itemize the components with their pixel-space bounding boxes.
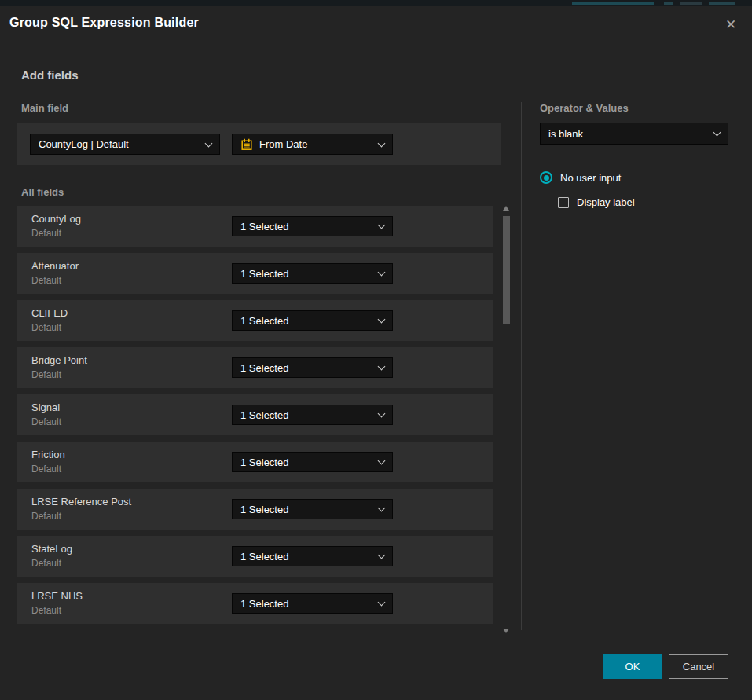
field-name: Bridge Point (31, 354, 87, 366)
scroll-up-icon[interactable] (503, 206, 509, 211)
field-row: CountyLog Default 1 Selected (17, 206, 493, 247)
field-name: Friction (31, 449, 65, 460)
operator-values-label: Operator & Values (540, 102, 629, 114)
screen: Group SQL Expression Builder ✕ Add field… (0, 0, 752, 700)
field-row: LRSE Reference Post Default 1 Selected (17, 489, 493, 530)
no-user-input-label: No user input (560, 172, 621, 184)
field-subtitle: Default (31, 322, 61, 333)
display-label-text: Display label (577, 196, 635, 208)
dialog-title: Group SQL Expression Builder (9, 16, 199, 30)
dialog-titlebar: Group SQL Expression Builder ✕ (0, 6, 752, 42)
field-name: LRSE Reference Post (31, 496, 131, 508)
field-subtitle: Default (31, 275, 61, 286)
field-row: Attenuator Default 1 Selected (17, 253, 493, 294)
no-user-input-radio[interactable]: No user input (540, 171, 621, 184)
field-subtitle: Default (31, 605, 61, 616)
field-selection-dropdown[interactable]: 1 Selected (232, 546, 393, 566)
field-selection-dropdown[interactable]: 1 Selected (232, 593, 393, 614)
chevron-down-icon (378, 410, 386, 418)
operator-dropdown[interactable]: is blank (540, 123, 728, 145)
background-teal-fragment (572, 2, 654, 5)
field-selection-dropdown[interactable]: 1 Selected (232, 310, 393, 331)
field-dropdown-value: From Date (259, 138, 372, 150)
field-row: Friction Default 1 Selected (17, 442, 493, 482)
group-sql-expression-builder-dialog: Group SQL Expression Builder ✕ Add field… (0, 6, 752, 700)
field-name: LRSE NHS (31, 590, 83, 602)
field-row: Signal Default 1 Selected (17, 394, 493, 435)
chevron-down-icon (378, 316, 386, 324)
chevron-down-icon (205, 139, 213, 147)
field-subtitle: Default (31, 558, 61, 569)
field-selection-dropdown[interactable]: 1 Selected (232, 499, 393, 519)
field-subtitle: Default (31, 511, 61, 522)
field-row: LRSE NHS Default 1 Selected (17, 583, 493, 624)
field-subtitle: Default (31, 369, 61, 380)
cancel-button[interactable]: Cancel (669, 654, 728, 679)
layer-dropdown-value: CountyLog | Default (39, 138, 206, 150)
radio-selected-icon[interactable] (540, 171, 552, 184)
chevron-down-icon (378, 552, 386, 559)
chevron-down-icon (713, 129, 721, 137)
field-selection-dropdown[interactable]: 1 Selected (232, 405, 393, 425)
add-fields-heading: Add fields (21, 68, 79, 82)
layer-dropdown[interactable]: CountyLog | Default (30, 134, 220, 155)
display-label-checkbox-row[interactable]: Display label (558, 196, 635, 208)
field-selection-dropdown[interactable]: 1 Selected (232, 357, 393, 378)
field-name: Attenuator (31, 260, 79, 272)
list-scrollbar[interactable] (501, 204, 512, 635)
checkbox-unchecked-icon[interactable] (558, 197, 569, 208)
main-field-panel: CountyLog | Default From Date (17, 123, 501, 165)
field-subtitle: Default (31, 228, 61, 239)
ok-button[interactable]: OK (603, 654, 662, 679)
background-page-strip (0, 0, 752, 6)
field-row: Bridge Point Default 1 Selected (17, 347, 493, 388)
all-fields-list: CountyLog Default 1 Selected Attenuator … (17, 206, 493, 630)
field-row: StateLog Default 1 Selected (17, 536, 493, 577)
chevron-down-icon (378, 269, 386, 277)
main-field-label: Main field (21, 102, 68, 114)
field-selection-dropdown[interactable]: 1 Selected (232, 452, 393, 472)
field-subtitle: Default (31, 416, 61, 427)
scroll-down-icon[interactable] (503, 629, 509, 633)
all-fields-label: All fields (21, 186, 64, 198)
field-row: CLIFED Default 1 Selected (17, 300, 493, 341)
chevron-down-icon (378, 457, 386, 465)
chevron-down-icon (378, 599, 386, 607)
field-dropdown[interactable]: From Date (232, 134, 393, 155)
scrollbar-thumb[interactable] (503, 216, 510, 324)
operator-dropdown-value: is blank (548, 128, 714, 140)
field-name: StateLog (31, 543, 72, 555)
calendar-icon (240, 138, 253, 151)
field-name: CountyLog (31, 213, 81, 225)
field-selection-dropdown[interactable]: 1 Selected (232, 216, 393, 236)
background-teal-fragment (680, 2, 702, 5)
field-selection-dropdown[interactable]: 1 Selected (232, 263, 393, 284)
chevron-down-icon (378, 139, 386, 147)
chevron-down-icon (378, 363, 386, 371)
chevron-down-icon (378, 504, 386, 512)
background-teal-fragment (664, 2, 673, 5)
vertical-divider (521, 102, 522, 630)
field-name: Signal (31, 401, 60, 413)
field-name: CLIFED (31, 307, 68, 319)
chevron-down-icon (378, 222, 386, 229)
background-teal-fragment (709, 2, 735, 5)
close-icon[interactable]: ✕ (721, 14, 741, 35)
field-subtitle: Default (31, 464, 61, 475)
